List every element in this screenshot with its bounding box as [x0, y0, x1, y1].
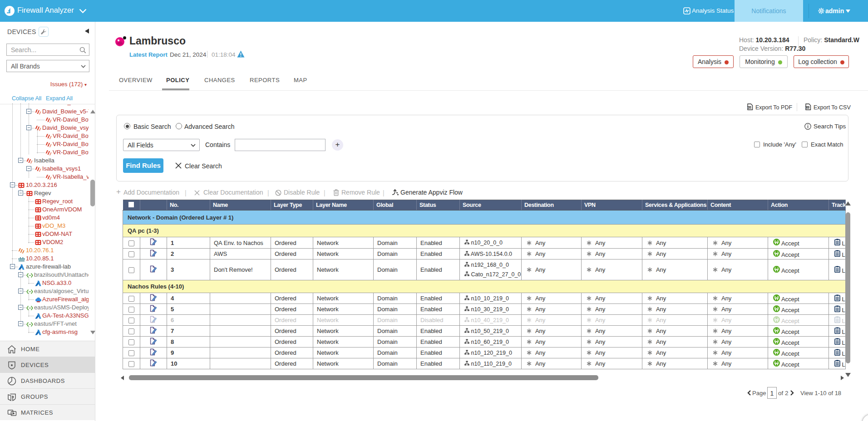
svg-text:CSV: CSV — [806, 107, 810, 109]
svg-text:PDF: PDF — [748, 107, 752, 109]
